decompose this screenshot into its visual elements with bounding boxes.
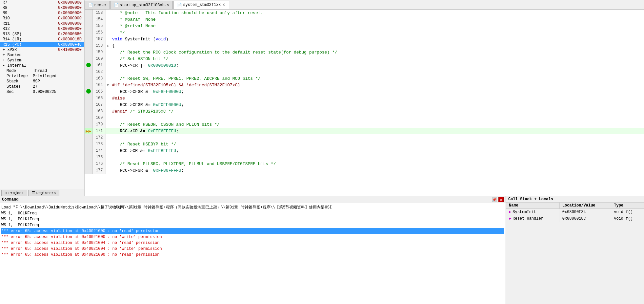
table-row: 159 /* Reset the RCC clock configuration… <box>85 49 644 55</box>
reg-r8[interactable]: R8 0x00000000 <box>0 5 84 11</box>
callstack-row: ▶SystemInit 0x08000F34 void f() <box>506 209 644 215</box>
registers-tab[interactable]: ☰ Registers <box>28 190 59 196</box>
table-row: 169 <box>85 115 644 121</box>
table-row: 168 #endif /* STM32F105xC */ <box>85 108 644 115</box>
callstack-location: 0x08000F34 <box>559 209 611 215</box>
callstack-name: ▶Reset_Handler <box>506 215 559 222</box>
log-line: Load "F:\\Download\\BaiduNetdiskDownload… <box>1 205 504 210</box>
table-row: 157 void SystemInit (void) <box>85 36 644 42</box>
breakpoint-icon <box>86 63 91 67</box>
reg-r13[interactable]: R13 (SP) 0x20000680 <box>0 32 84 37</box>
table-row: 160 /* Set HSION bit */ <box>85 55 644 62</box>
callstack-row: ▶Reset_Handler 0x0800018C void f() <box>506 215 644 222</box>
log-line: WS 1, PCLK1Freq <box>1 216 504 222</box>
table-row: 165 RCC->CFGR &= 0xF8FF0000U; <box>85 88 644 95</box>
sec-item: Sec 0.00000225 <box>0 89 84 95</box>
header-icons: 📌 ✕ <box>492 197 504 202</box>
tab-startup[interactable]: 📄 startup_stm32f103xb.s <box>110 1 173 9</box>
callstack-table[interactable]: Name Location/Value Type ▶SystemInit 0x0… <box>506 203 644 304</box>
arrow-icon-2: ▶ <box>509 216 511 221</box>
tab-bar: 📄 rcc.c 📄 startup_stm32f103xb.s 📄 system… <box>85 0 644 10</box>
log-line: *** error 65: access violation at 0x4002… <box>1 246 504 252</box>
reg-r11[interactable]: R11 0x00000000 <box>0 21 84 26</box>
table-row: 156 */ <box>85 29 644 36</box>
reg-r14[interactable]: R14 (LR) 0x0800018D <box>0 37 84 42</box>
arrow-icon: ▶ <box>509 210 511 214</box>
table-row: 154 * @param None <box>85 16 644 23</box>
table-row: 167 RCC->CFGR &= 0xF0FF0000U; <box>85 101 644 108</box>
reg-r12[interactable]: R12 0x00000000 <box>0 26 84 32</box>
left-tab-strip: ⊞ Project ☰ Registers <box>0 189 84 196</box>
table-row: 175 <box>85 154 644 161</box>
reg-r9[interactable]: R9 0x00000000 <box>0 11 84 16</box>
pin-icon[interactable]: 📌 <box>492 197 497 202</box>
table-row: 161 RCC->CR |= 0x00000001U; <box>85 62 644 69</box>
log-line: WS 1, PCLK2Freq <box>1 222 504 228</box>
register-list[interactable]: R7 0x00000000 R8 0x00000000 R9 0x0000000… <box>0 0 84 189</box>
callstack-title: Call Stack + Locals <box>508 197 553 202</box>
list-icon: ☰ <box>32 191 35 195</box>
tab-rcc[interactable]: 📄 rcc.c <box>85 1 110 9</box>
close-icon[interactable]: ✕ <box>498 197 504 202</box>
log-line: WS 1, HCLKFreq <box>1 210 504 216</box>
table-row: 163 /* Reset SW, HPRE, PPRE1, PPRE2, ADC… <box>85 75 644 82</box>
table-row: 162 <box>85 69 644 75</box>
code-content[interactable]: 153 * @note This function should be used… <box>85 10 644 196</box>
table-row: 153 * @note This function should be used… <box>85 10 644 16</box>
command-log[interactable]: Load "F:\\Download\\BaiduNetdiskDownload… <box>0 203 506 304</box>
command-title: Command <box>2 197 18 202</box>
reg-r15[interactable]: R15 (PC) 0x08000F4C <box>0 42 84 47</box>
bottom-section: Command 📌 ✕ Load "F:\\Download\\BaiduNet… <box>0 196 644 304</box>
log-line: *** error 65: access violation at 0x4002… <box>1 252 504 258</box>
stack-item: Stack MSP <box>0 79 84 84</box>
project-tab[interactable]: ⊞ Project <box>1 190 27 196</box>
tab-system-label: system_stm32f1xx.c <box>183 3 226 7</box>
grid-icon: ⊞ <box>5 191 7 195</box>
table-row: 174 RCC->CR &= 0xFFFBFFFFU; <box>85 147 644 154</box>
project-tab-label: Project <box>9 191 24 195</box>
reg-xpsr[interactable]: + xPSR 0x41000000 <box>0 47 84 53</box>
tab-startup-label: startup_stm32f103xb.s <box>120 3 169 8</box>
table-row-active: ▶▶ 171 RCC->CR &= 0xFEF6FFFFU; <box>85 128 644 134</box>
callstack-location: 0x0800018C <box>559 215 611 222</box>
log-line-highlight: *** error 65: access violation at 0x4002… <box>1 228 504 234</box>
cs-table: Name Location/Value Type ▶SystemInit 0x0… <box>506 203 644 222</box>
table-row: 166 #else <box>85 95 644 101</box>
file-asm-icon: 📄 <box>114 3 118 8</box>
table-row: 176 /* Reset PLLSRC, PLLXTPRE, PLLMUL an… <box>85 161 644 167</box>
file-icon: 📄 <box>88 3 93 8</box>
mode-item: Mode Thread <box>0 68 84 74</box>
states-item: States 27 <box>0 84 84 89</box>
privilege-item: Privilege Privileged <box>0 74 84 79</box>
registers-tab-label: Registers <box>36 191 56 195</box>
col-location: Location/Value <box>559 203 611 209</box>
table-row: 158 ⊟ { <box>85 42 644 49</box>
command-header: Command 📌 ✕ <box>0 196 506 203</box>
callstack-name: ▶SystemInit <box>506 209 559 215</box>
table-row: 177 RCC->CFGR &= 0xFF80FFFFU; <box>85 167 644 174</box>
reg-r10[interactable]: R10 0x00000000 <box>0 16 84 21</box>
table-row: 170 /* Reset HSEON, CSSON and PLLON bits… <box>85 121 644 128</box>
tab-rcc-label: rcc.c <box>94 3 106 8</box>
log-line: *** error 65: access violation at 0x4002… <box>1 240 504 246</box>
file-active-icon: 📄 <box>177 3 182 7</box>
table-row: 173 /* Reset HSEBYP bit */ <box>85 141 644 147</box>
code-table: 153 * @note This function should be used… <box>85 10 644 174</box>
internal-item[interactable]: - Internal <box>0 63 84 68</box>
table-row: 155 * @retval None <box>85 23 644 29</box>
current-line-arrow: ▶▶ <box>86 129 91 134</box>
breakpoint-icon-2 <box>86 89 91 94</box>
reg-r7[interactable]: R7 0x00000000 <box>0 0 84 5</box>
callstack-type: void f() <box>611 215 644 222</box>
system-item[interactable]: + System <box>0 58 84 63</box>
banked-item[interactable]: + Banked <box>0 53 84 58</box>
callstack-header: Call Stack + Locals <box>506 196 644 203</box>
log-line: *** error 65: access violation at 0x4002… <box>1 234 504 240</box>
col-name: Name <box>506 203 559 209</box>
registers-panel: R7 0x00000000 R8 0x00000000 R9 0x0000000… <box>0 0 85 196</box>
tab-system[interactable]: 📄 system_stm32f1xx.c <box>173 1 229 9</box>
table-row: 172 <box>85 134 644 141</box>
col-type: Type <box>611 203 644 209</box>
table-row: 164 ⊟ #if !defined(STM32F105xC) && !defi… <box>85 82 644 88</box>
command-panel: Command 📌 ✕ Load "F:\\Download\\BaiduNet… <box>0 196 506 304</box>
